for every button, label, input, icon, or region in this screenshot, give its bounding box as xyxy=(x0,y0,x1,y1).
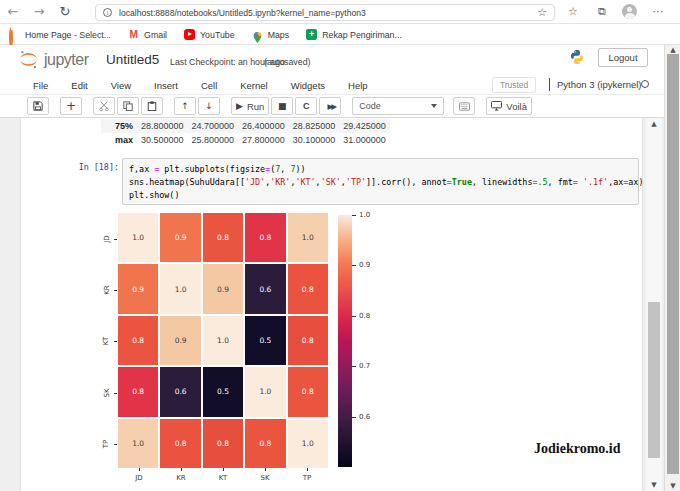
colorbar-tick xyxy=(352,417,356,418)
heatmap-cell: 0.8 xyxy=(118,367,158,416)
site-info-icon[interactable]: i xyxy=(103,8,112,17)
heatmap-cell: 1.0 xyxy=(245,367,285,416)
jupyter-logo-icon xyxy=(18,49,39,70)
url-text[interactable]: localhost:8888/notebooks/Untitled5.ipynb… xyxy=(119,8,537,18)
profile-avatar[interactable] xyxy=(622,4,637,19)
forward-icon[interactable]: → xyxy=(26,4,52,19)
cell-type-select[interactable]: Code xyxy=(352,97,444,115)
sheets-icon xyxy=(306,29,317,40)
browser-address-bar-row: ← → ↻ i localhost:8888/notebooks/Untitle… xyxy=(0,0,680,24)
voila-button[interactable]: Voilà xyxy=(486,97,532,115)
refresh-icon[interactable]: ↻ xyxy=(52,4,78,19)
heatmap-cell: 0.8 xyxy=(245,419,285,468)
copy-cell-button[interactable] xyxy=(117,97,139,115)
paste-cell-button[interactable] xyxy=(141,97,163,115)
menu-file[interactable]: File xyxy=(33,80,48,91)
run-cell-button[interactable]: ▶Run xyxy=(231,97,269,115)
watermark-text: Jodiekromo.id xyxy=(534,441,620,457)
notebook-container: 75% 28.800000 24.700000 26.400000 28.825… xyxy=(20,118,643,491)
maps-icon xyxy=(252,29,263,40)
scroll-down-icon[interactable]: ▼ xyxy=(665,482,680,490)
interrupt-kernel-button[interactable]: ■ xyxy=(271,97,293,115)
jupyter-home-icon xyxy=(9,29,20,40)
menu-cell[interactable]: Cell xyxy=(201,80,217,91)
heatmap-colorbar xyxy=(338,215,352,467)
cut-cell-button[interactable] xyxy=(93,97,115,115)
kernel-name: Python 3 (ipykernel) xyxy=(557,79,641,90)
logout-button[interactable]: Logout xyxy=(598,48,648,67)
bookmark-maps[interactable]: Maps xyxy=(252,29,290,40)
trusted-badge: Trusted xyxy=(492,77,536,93)
heatmap-cell: 0.5 xyxy=(245,316,285,365)
save-button[interactable] xyxy=(27,97,49,115)
y-axis-tick-label: KR xyxy=(100,264,113,315)
move-cell-down-button[interactable]: ↓ xyxy=(198,97,220,115)
heatmap-cell: 0.8 xyxy=(203,419,243,468)
heatmap-cell: 1.0 xyxy=(118,213,158,262)
move-cell-up-button[interactable]: ↑ xyxy=(174,97,196,115)
heatmap-cell: 0.8 xyxy=(203,213,243,262)
table-row: max 30.500000 25.800000 27.800000 30.100… xyxy=(101,133,390,147)
heatmap-cell: 0.9 xyxy=(160,213,200,262)
heatmap-cell: 0.8 xyxy=(288,264,328,313)
restart-run-all-button[interactable]: ▶▶ xyxy=(319,97,341,115)
browser-menu-icon[interactable]: ⋯ xyxy=(648,3,668,21)
menu-help[interactable]: Help xyxy=(348,80,368,91)
colorbar-tick xyxy=(352,316,356,317)
favorite-star-icon[interactable]: ☆ xyxy=(537,6,547,19)
save-icon xyxy=(33,101,43,111)
x-axis-tick xyxy=(181,468,182,471)
menu-insert[interactable]: Insert xyxy=(154,80,178,91)
y-axis-tick xyxy=(114,239,117,240)
bookmark-youtube[interactable]: YouTube xyxy=(184,29,235,40)
menu-widgets[interactable]: Widgets xyxy=(291,80,325,91)
notebook-toolbar: + ↑ ↓ ▶Run ■ C ▶▶ Code Voilà xyxy=(0,95,680,118)
bookmark-home-page[interactable]: Home Page - Select... xyxy=(9,29,111,40)
scroll-down-icon[interactable]: ▼ xyxy=(646,481,662,489)
collections-icon[interactable]: ⧉ xyxy=(592,3,612,21)
x-axis-tick-label: JD xyxy=(118,474,160,482)
browser-scrollbar-thumb[interactable] xyxy=(667,54,679,474)
x-axis-tick xyxy=(223,468,224,471)
heatmap-cell: 0.9 xyxy=(160,316,200,365)
code-line: sns.heatmap(SuhuUdara[['JD','KR','KT','S… xyxy=(129,176,632,189)
notebook-scrollbar[interactable]: ▲ ▼ xyxy=(646,118,662,491)
x-axis-tick-label: KT xyxy=(202,474,244,482)
heatmap-cell: 0.8 xyxy=(245,213,285,262)
jupyter-logo[interactable]: jupyter xyxy=(18,49,89,70)
y-axis-tick xyxy=(114,444,117,445)
python-logo-icon xyxy=(569,49,585,69)
paste-icon xyxy=(147,101,157,111)
favorites-icon[interactable]: ☆ xyxy=(563,3,583,21)
menu-kernel[interactable]: Kernel xyxy=(240,80,267,91)
y-axis-tick-label: KT xyxy=(100,316,113,367)
code-line: f,ax = plt.subplots(figsize=(7, 7)) xyxy=(129,163,632,176)
colorbar-tick xyxy=(352,366,356,367)
code-cell-input[interactable]: f,ax = plt.subplots(figsize=(7, 7))sns.h… xyxy=(122,158,639,205)
heatmap-cell: 0.6 xyxy=(245,264,285,313)
browser-scrollbar[interactable]: ▲ ▼ xyxy=(664,45,680,491)
menu-view[interactable]: View xyxy=(111,80,131,91)
y-axis-tick xyxy=(114,393,117,394)
bookmark-rekap[interactable]: Rekap Pengiriman... xyxy=(306,29,402,40)
scroll-up-icon[interactable]: ▲ xyxy=(665,46,680,54)
youtube-icon xyxy=(184,29,195,40)
add-cell-button[interactable]: + xyxy=(60,97,82,115)
command-palette-button[interactable] xyxy=(453,97,475,115)
address-bar[interactable]: i localhost:8888/notebooks/Untitled5.ipy… xyxy=(95,4,555,21)
heatmap-cell: 0.9 xyxy=(203,264,243,313)
back-icon[interactable]: ← xyxy=(0,4,26,19)
notebook-title[interactable]: Untitled5 xyxy=(106,52,159,67)
scroll-up-icon[interactable]: ▲ xyxy=(646,120,662,128)
gmail-icon: M xyxy=(128,29,139,40)
heatmap-cell: 0.8 xyxy=(160,419,200,468)
heatmap-cell: 0.6 xyxy=(160,367,200,416)
menu-edit[interactable]: Edit xyxy=(71,80,87,91)
restart-kernel-button[interactable]: C xyxy=(295,97,317,115)
bookmark-gmail[interactable]: M Gmail xyxy=(128,29,167,40)
x-axis-tick xyxy=(139,468,140,471)
copy-icon xyxy=(123,101,133,111)
notebook-scrollbar-thumb[interactable] xyxy=(648,302,660,458)
colorbar-tick-label: 0.7 xyxy=(359,362,370,370)
heatmap-cell: 0.8 xyxy=(288,367,328,416)
